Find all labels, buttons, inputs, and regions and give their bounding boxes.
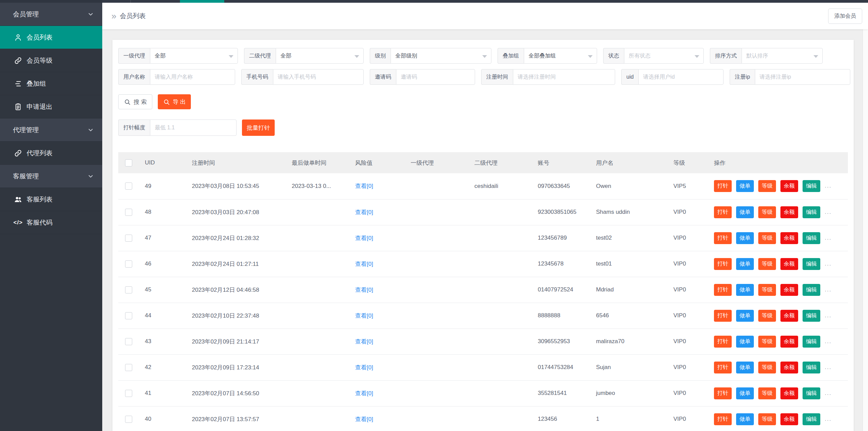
more-actions-button[interactable]: ... <box>825 182 832 189</box>
action-button-等级[interactable]: 等级 <box>758 310 776 322</box>
search-button[interactable]: 搜 索 <box>118 94 152 109</box>
row-checkbox[interactable] <box>125 390 132 397</box>
risk-view-link[interactable]: 查看[0] <box>355 209 373 216</box>
action-button-打针[interactable]: 打针 <box>714 336 732 348</box>
row-checkbox[interactable] <box>125 209 132 216</box>
register-time-input[interactable] <box>513 69 615 85</box>
action-button-编辑[interactable]: 编辑 <box>803 180 820 192</box>
scrollbar-track[interactable] <box>863 29 868 431</box>
action-button-做单[interactable]: 做单 <box>736 413 754 425</box>
risk-view-link[interactable]: 查看[0] <box>355 287 373 293</box>
row-checkbox[interactable] <box>125 364 132 371</box>
action-button-打针[interactable]: 打针 <box>714 413 732 425</box>
sidebar-item-agent-management[interactable]: 代理管理 <box>0 118 102 142</box>
action-button-编辑[interactable]: 编辑 <box>803 387 820 399</box>
action-button-余额[interactable]: 余额 <box>780 232 798 244</box>
action-button-做单[interactable]: 做单 <box>736 258 754 270</box>
action-button-编辑[interactable]: 编辑 <box>803 206 820 218</box>
action-button-余额[interactable]: 余额 <box>780 258 798 270</box>
action-button-等级[interactable]: 等级 <box>758 362 776 373</box>
more-actions-button[interactable]: ... <box>825 364 832 370</box>
risk-view-link[interactable]: 查看[0] <box>355 261 373 267</box>
sidebar-item-service-code[interactable]: </>客服代码 <box>0 211 102 234</box>
action-button-余额[interactable]: 余额 <box>780 413 798 425</box>
more-actions-button[interactable]: ... <box>825 390 832 396</box>
action-button-等级[interactable]: 等级 <box>758 258 776 270</box>
risk-view-link[interactable]: 查看[0] <box>355 416 373 422</box>
sidebar-item-member-level[interactable]: 会员等级 <box>0 49 102 72</box>
action-button-做单[interactable]: 做单 <box>736 232 754 244</box>
action-button-余额[interactable]: 余额 <box>780 206 798 218</box>
risk-view-link[interactable]: 查看[0] <box>355 235 373 241</box>
risk-view-link[interactable]: 查看[0] <box>355 313 373 319</box>
more-actions-button[interactable]: ... <box>825 312 832 319</box>
action-button-打针[interactable]: 打针 <box>714 310 732 322</box>
action-button-打针[interactable]: 打针 <box>714 387 732 399</box>
uid-input[interactable] <box>638 69 724 85</box>
sidebar-item-agent-list[interactable]: 代理列表 <box>0 142 102 165</box>
sidebar-item-overlay-group[interactable]: 叠加组 <box>0 72 102 95</box>
row-checkbox[interactable] <box>125 338 132 345</box>
action-button-打针[interactable]: 打针 <box>714 362 732 373</box>
action-button-余额[interactable]: 余额 <box>780 180 798 192</box>
action-button-余额[interactable]: 余额 <box>780 387 798 399</box>
action-button-打针[interactable]: 打针 <box>714 232 732 244</box>
action-button-编辑[interactable]: 编辑 <box>803 232 820 244</box>
action-button-编辑[interactable]: 编辑 <box>803 336 820 348</box>
action-button-编辑[interactable]: 编辑 <box>803 310 820 322</box>
more-actions-button[interactable]: ... <box>825 286 832 293</box>
action-button-等级[interactable]: 等级 <box>758 387 776 399</box>
sidebar-item-service-management[interactable]: 客服管理 <box>0 165 102 188</box>
phone-input[interactable] <box>273 69 364 85</box>
add-member-button[interactable]: 添加会员 <box>828 9 862 24</box>
more-actions-button[interactable]: ... <box>825 260 832 267</box>
row-checkbox[interactable] <box>125 312 132 319</box>
action-button-等级[interactable]: 等级 <box>758 180 776 192</box>
export-button[interactable]: 导 出 <box>158 94 191 109</box>
action-button-打针[interactable]: 打针 <box>714 180 732 192</box>
more-actions-button[interactable]: ... <box>825 209 832 215</box>
action-button-打针[interactable]: 打针 <box>714 206 732 218</box>
action-button-做单[interactable]: 做单 <box>736 362 754 373</box>
risk-view-link[interactable]: 查看[0] <box>355 183 373 189</box>
risk-view-link[interactable]: 查看[0] <box>355 390 373 397</box>
filter-select-overlay-group[interactable]: 全部叠加组 <box>524 48 597 64</box>
action-button-做单[interactable]: 做单 <box>736 336 754 348</box>
more-actions-button[interactable]: ... <box>825 235 832 241</box>
row-checkbox[interactable] <box>125 235 132 242</box>
row-checkbox[interactable] <box>125 286 132 293</box>
inject-range-input[interactable] <box>150 119 237 136</box>
filter-select-agent-level1[interactable]: 全部 <box>150 48 238 64</box>
action-button-等级[interactable]: 等级 <box>758 206 776 218</box>
invite-code-input[interactable] <box>396 69 475 85</box>
row-checkbox[interactable] <box>125 260 132 268</box>
filter-select-status[interactable]: 所有状态 <box>624 48 704 64</box>
action-button-做单[interactable]: 做单 <box>736 180 754 192</box>
risk-view-link[interactable]: 查看[0] <box>355 364 373 371</box>
sidebar-item-member-list[interactable]: 会员列表 <box>0 26 102 49</box>
action-button-打针[interactable]: 打针 <box>714 258 732 270</box>
risk-view-link[interactable]: 查看[0] <box>355 338 373 345</box>
row-checkbox[interactable] <box>125 182 132 190</box>
action-button-余额[interactable]: 余额 <box>780 362 798 373</box>
filter-select-sort[interactable]: 默认排序 <box>742 48 823 64</box>
sidebar-item-member-management[interactable]: 会员管理 <box>0 3 102 26</box>
action-button-打针[interactable]: 打针 <box>714 284 732 296</box>
action-button-余额[interactable]: 余额 <box>780 284 798 296</box>
select-all-checkbox[interactable] <box>125 159 132 166</box>
action-button-编辑[interactable]: 编辑 <box>803 284 820 296</box>
sidebar-item-service-list[interactable]: 客服列表 <box>0 188 102 211</box>
action-button-做单[interactable]: 做单 <box>736 310 754 322</box>
row-checkbox[interactable] <box>125 416 132 423</box>
action-button-余额[interactable]: 余额 <box>780 310 798 322</box>
filter-select-agent-level2[interactable]: 全部 <box>276 48 364 64</box>
username-input[interactable] <box>150 69 235 85</box>
action-button-做单[interactable]: 做单 <box>736 284 754 296</box>
action-button-做单[interactable]: 做单 <box>736 387 754 399</box>
action-button-等级[interactable]: 等级 <box>758 232 776 244</box>
batch-inject-button[interactable]: 批量打针 <box>242 119 275 136</box>
action-button-编辑[interactable]: 编辑 <box>803 362 820 373</box>
action-button-等级[interactable]: 等级 <box>758 284 776 296</box>
top-strip-active-tab[interactable] <box>180 0 224 3</box>
more-actions-button[interactable]: ... <box>825 416 832 422</box>
